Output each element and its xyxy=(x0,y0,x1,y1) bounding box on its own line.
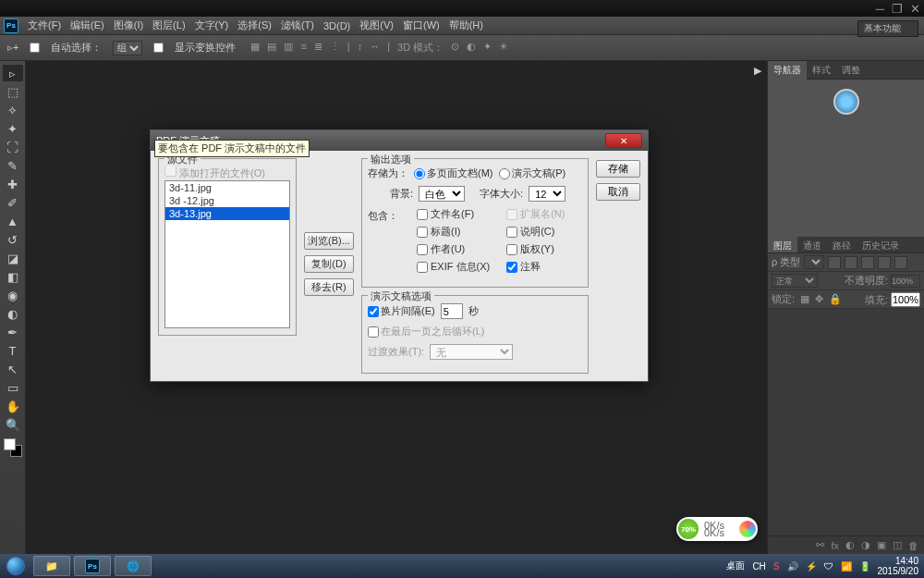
tray-icon[interactable]: 📶 xyxy=(841,561,852,572)
lock-pixels-icon[interactable]: ▦ xyxy=(800,293,809,305)
remove-button[interactable]: 移去(R) xyxy=(304,278,354,296)
save-button[interactable]: 存储 xyxy=(596,160,640,178)
distribute-icon[interactable]: ≡ xyxy=(300,41,306,55)
type-tool[interactable]: T xyxy=(3,342,23,359)
start-button[interactable] xyxy=(0,554,31,578)
filter-shape-icon[interactable] xyxy=(878,256,891,269)
menu-edit[interactable]: 编辑(E) xyxy=(67,17,108,34)
link-icon[interactable]: ⚯ xyxy=(816,539,824,551)
distribute-icon[interactable]: ≣ xyxy=(314,41,322,55)
list-item[interactable]: 3d -12.jpg xyxy=(165,194,289,207)
crop-tool[interactable]: ⛶ xyxy=(3,139,23,155)
chk-copy[interactable] xyxy=(506,244,517,255)
task-explorer[interactable]: 📁 xyxy=(33,556,70,576)
fx-icon[interactable]: fx xyxy=(831,540,839,551)
move-tool[interactable]: ▹ xyxy=(3,65,23,81)
brush-tool[interactable]: ✐ xyxy=(3,194,23,211)
hand-tool[interactable]: ✋ xyxy=(3,398,23,414)
chk-desc[interactable] xyxy=(506,227,517,238)
advance-seconds-input[interactable] xyxy=(441,303,463,319)
shape-tool[interactable]: ▭ xyxy=(3,379,23,396)
filter-smart-icon[interactable] xyxy=(894,256,907,269)
arrange-icon[interactable]: ↔ xyxy=(370,41,380,55)
menu-filter[interactable]: 滤镜(T) xyxy=(277,17,318,34)
filter-pixel-icon[interactable] xyxy=(828,256,841,269)
wand-tool[interactable]: ✦ xyxy=(3,120,23,137)
trash-icon[interactable]: 🗑 xyxy=(908,540,918,551)
maximize-icon[interactable]: ❐ xyxy=(892,2,903,16)
marquee-tool[interactable]: ⬚ xyxy=(3,83,23,100)
advance-checkbox[interactable] xyxy=(368,306,379,317)
auto-select-checkbox[interactable] xyxy=(30,43,40,53)
align-icon[interactable]: ▦ xyxy=(250,41,260,55)
blur-tool[interactable]: ◉ xyxy=(3,287,23,303)
multipage-radio[interactable] xyxy=(414,168,425,179)
filter-select[interactable] xyxy=(804,255,824,269)
distribute-icon[interactable]: ⋮ xyxy=(330,41,340,55)
lock-position-icon[interactable]: ✥ xyxy=(815,293,823,305)
filter-adjust-icon[interactable] xyxy=(845,256,857,269)
fill-input[interactable] xyxy=(891,292,920,307)
chk-title[interactable] xyxy=(417,227,428,238)
align-icon[interactable]: ▥ xyxy=(284,41,293,55)
stamp-tool[interactable]: ▲ xyxy=(3,213,23,229)
tray-icon[interactable]: ⚡ xyxy=(806,561,817,572)
lasso-tool[interactable]: ⟡ xyxy=(3,102,23,118)
network-badge[interactable]: 70% 0K/s0K/s xyxy=(676,517,758,541)
chk-author[interactable] xyxy=(417,244,428,255)
file-list[interactable]: 3d-11.jpg 3d -12.jpg 3d-13.jpg xyxy=(164,180,290,328)
zoom-tool[interactable]: 🔍 xyxy=(3,416,23,433)
menu-select[interactable]: 选择(S) xyxy=(234,17,275,34)
minimize-icon[interactable]: ─ xyxy=(876,2,884,16)
loop-checkbox[interactable] xyxy=(368,326,379,338)
eraser-tool[interactable]: ◪ xyxy=(3,250,23,266)
chk-filename[interactable] xyxy=(417,209,428,220)
3d-icon[interactable]: ✦ xyxy=(483,41,492,55)
tab-history[interactable]: 历史记录 xyxy=(857,237,905,252)
new-layer-icon[interactable]: ◫ xyxy=(893,539,902,551)
fontsize-select[interactable]: 12 xyxy=(529,186,565,202)
history-brush-tool[interactable]: ↺ xyxy=(3,231,23,248)
workspace-preset[interactable]: 基本功能 xyxy=(857,20,918,37)
pen-tool[interactable]: ✒ xyxy=(3,324,23,340)
align-icon[interactable]: ▤ xyxy=(267,41,276,55)
dodge-tool[interactable]: ◐ xyxy=(3,305,23,322)
mask-icon[interactable]: ◐ xyxy=(845,539,855,551)
chk-note[interactable] xyxy=(506,262,517,273)
lock-all-icon[interactable]: 🔒 xyxy=(829,293,842,305)
3d-icon[interactable]: ◐ xyxy=(467,41,476,55)
tab-layers[interactable]: 图层 xyxy=(768,237,797,252)
eyedropper-tool[interactable]: ✎ xyxy=(3,157,23,174)
duplicate-button[interactable]: 复制(D) xyxy=(304,255,354,273)
tray-icon[interactable]: 🔊 xyxy=(787,561,798,572)
tab-paths[interactable]: 路径 xyxy=(827,237,857,252)
tab-navigator[interactable]: 导航器 xyxy=(768,61,807,80)
3d-icon[interactable]: ☀ xyxy=(499,41,508,55)
tab-styles[interactable]: 样式 xyxy=(807,61,836,80)
tray-icon[interactable]: 🔋 xyxy=(859,561,870,572)
menu-window[interactable]: 窗口(W) xyxy=(399,17,444,34)
menu-type[interactable]: 文字(Y) xyxy=(191,17,233,34)
blend-mode-select[interactable]: 正常 xyxy=(772,274,818,288)
group-icon[interactable]: ▣ xyxy=(877,539,886,551)
gradient-tool[interactable]: ◧ xyxy=(3,268,23,285)
presentation-radio[interactable] xyxy=(499,168,510,179)
list-item[interactable]: 3d-13.jpg xyxy=(165,207,289,220)
path-tool[interactable]: ↖ xyxy=(3,361,23,377)
heal-tool[interactable]: ✚ xyxy=(3,176,23,192)
filter-type-icon[interactable] xyxy=(861,256,874,269)
tab-adjustments[interactable]: 调整 xyxy=(836,61,866,80)
arrange-icon[interactable]: ↕ xyxy=(358,41,363,55)
background-select[interactable]: 白色 xyxy=(419,186,465,202)
ime-indicator[interactable]: CH xyxy=(752,561,765,572)
opacity-input[interactable] xyxy=(891,275,920,288)
auto-select-mode[interactable]: 组 xyxy=(113,41,142,55)
clock-time[interactable]: 14:40 xyxy=(895,556,918,566)
menu-layer[interactable]: 图层(L) xyxy=(149,17,188,34)
tray-icon[interactable]: S xyxy=(773,561,780,572)
show-transform-checkbox[interactable] xyxy=(153,43,164,53)
list-item[interactable]: 3d-11.jpg xyxy=(165,181,289,194)
cancel-button[interactable]: 取消 xyxy=(596,183,640,201)
3d-icon[interactable]: ⊙ xyxy=(451,41,459,55)
menu-image[interactable]: 图像(I) xyxy=(110,17,147,34)
